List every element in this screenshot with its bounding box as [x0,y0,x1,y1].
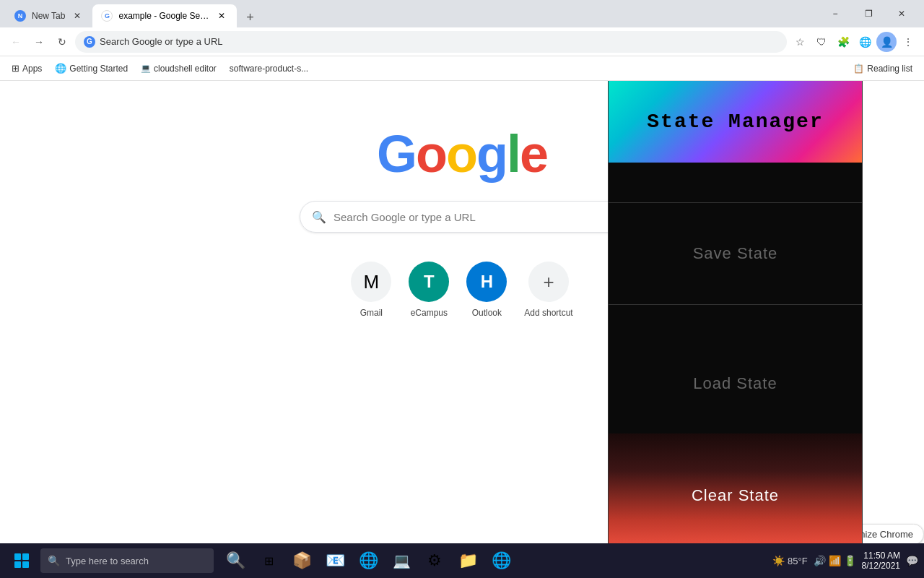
bm-getting-started-label: Getting Started [69,64,128,74]
taskbar-search-bar[interactable]: 🔍 Type here to search [40,548,214,573]
bm-getting-started[interactable]: 🌐 Getting Started [49,60,134,77]
new-tab-button[interactable]: + [240,7,260,27]
new-tab-favicon: N [14,10,26,22]
reading-list-button[interactable]: 📋 Reading list [847,61,918,77]
notification-icon[interactable]: 💬 [906,555,918,566]
weather-icon: ☀️ [772,555,785,566]
back-button[interactable]: ← [6,32,26,52]
tab-new-tab-title: New Tab [32,11,65,21]
gmail-icon: M [351,262,391,302]
shortcut-gmail[interactable]: M Gmail [351,262,391,318]
taskbar-search-btn[interactable]: 🔍 [219,545,251,577]
extension-manager-button[interactable]: 🧩 [833,32,853,52]
temperature-label: 85°F [788,556,808,566]
taskbar-app-icons: 🔍 ⊞ 📦 📧 🌐 💻 ⚙ 📁 🌐 [219,545,517,577]
taskbar-date-display: 8/12/2021 [862,561,900,571]
bookmarks-bar: ⊞ Apps 🌐 Getting Started 💻 cloudshell ed… [0,56,924,81]
state-manager-header: State Manager [609,81,862,163]
speaker-icon[interactable]: 🔊 [814,555,826,566]
taskbar-search-text: Type here to search [66,556,149,566]
shortcut-ecampus[interactable]: T eCampus [409,262,449,318]
ecampus-label: eCampus [411,308,448,318]
bm-software[interactable]: software-product-s... [224,61,314,77]
google-logo: Google [377,124,547,184]
tab-strip: N New Tab ✕ G example - Google Search ✕ … [6,0,813,27]
load-state-button[interactable]: Load State [609,334,862,434]
start-button[interactable] [6,545,38,577]
taskbar-store-btn[interactable]: 📦 [286,545,318,577]
taskbar-vscode-btn[interactable]: 💻 [385,545,417,577]
state-manager-title: State Manager [647,111,823,133]
bm-cloudshell[interactable]: 💻 cloudshell editor [135,61,222,77]
forward-button[interactable]: → [29,32,49,52]
close-button[interactable]: ✕ [885,0,918,27]
address-g-icon: G [84,36,95,48]
tab-new-tab[interactable]: N New Tab ✕ [6,4,92,27]
clear-state-label: Clear State [692,486,779,505]
bm-software-label: software-product-s... [230,64,308,74]
toolbar: ← → ↻ G ☆ 🛡 🧩 🌐 👤 ⋮ [0,27,924,56]
taskbar: 🔍 Type here to search 🔍 ⊞ 📦 📧 🌐 💻 ⚙ 📁 🌐 … [0,543,924,578]
bm-apps-label: Apps [22,64,42,74]
outlook-label: Outlook [472,308,502,318]
tab-google-close[interactable]: ✕ [215,9,228,22]
taskbar-mail-btn[interactable]: 📧 [319,545,351,577]
taskbar-edge-btn[interactable]: 🌐 [352,545,384,577]
taskbar-files-btn[interactable]: 📁 [452,545,484,577]
customize-chrome-label: nize Chrome [860,529,913,540]
taskbar-right: ☀️ 85°F 🔊 📶 🔋 11:50 AM 8/12/2021 💬 [772,551,918,571]
add-shortcut-label: Add shortcut [524,308,572,318]
taskbar-settings-btn[interactable]: ⚙ [419,545,450,577]
cloudshell-icon: 💻 [141,64,151,73]
state-manager-panel: State Manager Save State Load State Clea… [608,81,863,551]
window-controls: − ❐ ✕ [819,0,918,27]
address-input[interactable] [100,36,778,47]
google-search-bar[interactable]: 🔍 [300,201,624,233]
system-tray-icons: ☀️ 85°F [772,555,808,566]
battery-icon[interactable]: 🔋 [844,555,856,566]
clear-state-button[interactable]: Clear State [609,434,862,551]
google-tab-favicon: G [101,10,113,22]
title-bar: N New Tab ✕ G example - Google Search ✕ … [0,0,924,27]
browser-content: Google 🔍 M Gmail T eCampus [0,81,924,551]
maximize-button[interactable]: ❐ [852,0,885,27]
reload-button[interactable]: ↻ [52,32,72,52]
add-shortcut-icon: + [528,262,569,302]
taskbar-taskview-btn[interactable]: ⊞ [253,545,284,577]
address-bar[interactable]: G [75,31,787,53]
getting-started-icon: 🌐 [55,63,66,74]
load-state-label: Load State [693,374,777,393]
profile-button[interactable]: 👤 [876,32,897,52]
outlook-icon: H [466,262,507,302]
shield-button[interactable]: 🛡 [811,32,832,52]
shortcuts-row: M Gmail T eCampus H Outlook + [351,262,572,318]
gmail-label: Gmail [360,308,383,318]
bm-apps[interactable]: ⊞ Apps [6,60,48,77]
save-state-button[interactable]: Save State [609,203,862,304]
state-manager-gap [609,305,862,334]
tab-google-search[interactable]: G example - Google Search ✕ [92,4,237,27]
taskbar-chrome-btn[interactable]: 🌐 [485,545,517,577]
menu-button[interactable]: ⋮ [898,32,918,52]
tab-new-tab-close[interactable]: ✕ [71,9,84,22]
translate-button[interactable]: 🌐 [855,32,875,52]
taskbar-search-icon: 🔍 [48,555,60,566]
shortcut-add[interactable]: + Add shortcut [524,262,572,318]
bm-cloudshell-label: cloudshell editor [154,64,217,74]
taskbar-sys-icons-group: 🔊 📶 🔋 [814,555,856,566]
shortcut-outlook[interactable]: H Outlook [466,262,507,318]
taskbar-time-display: 11:50 AM [862,551,900,561]
save-state-label: Save State [693,244,778,263]
reading-list-icon: 📋 [853,64,864,74]
ecampus-icon: T [409,262,449,302]
google-search-input[interactable] [334,211,612,223]
bookmark-button[interactable]: ☆ [790,32,810,52]
reading-list-label: Reading list [867,64,912,74]
taskbar-clock[interactable]: 11:50 AM 8/12/2021 [862,551,900,571]
minimize-button[interactable]: − [819,0,852,27]
windows-logo-icon [14,553,29,568]
network-icon[interactable]: 📶 [829,555,841,566]
search-icon: 🔍 [312,210,326,224]
apps-grid-icon: ⊞ [12,63,19,74]
state-manager-spacer [609,163,862,202]
